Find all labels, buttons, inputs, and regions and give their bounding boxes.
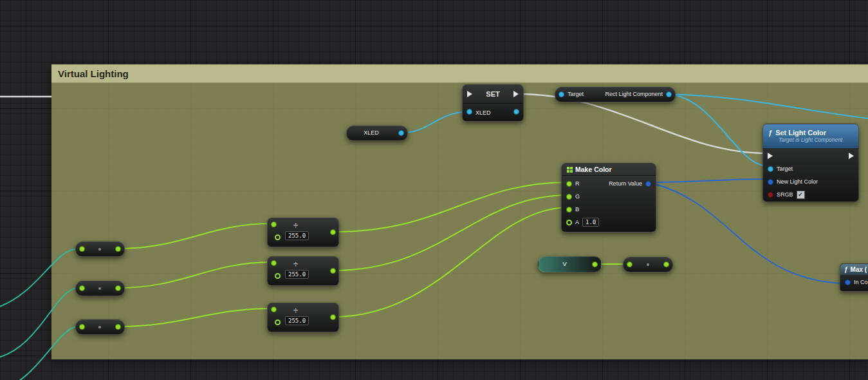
- divide1-b-pin[interactable]: [275, 234, 281, 240]
- divide3-b-pin[interactable]: [275, 319, 281, 325]
- compact4-input-pin[interactable]: [627, 261, 633, 267]
- slc-new-light-color-label: New Light Color: [777, 178, 818, 185]
- slc-target-pin[interactable]: [768, 166, 773, 172]
- compact2-output-pin[interactable]: [115, 285, 121, 291]
- divide-node-3[interactable]: ÷ 255.0: [267, 303, 339, 332]
- rect-light-output-pin[interactable]: [666, 91, 672, 97]
- make-color-r-label: R: [575, 180, 580, 187]
- slc-target-label: Target: [777, 166, 793, 172]
- compact-node-1[interactable]: [75, 242, 125, 257]
- compact1-output-pin[interactable]: [115, 246, 121, 252]
- make-color-title: Make Color: [575, 166, 612, 173]
- make-color-g-pin[interactable]: [566, 194, 572, 200]
- slc-srgb-checkbox[interactable]: ✓: [797, 191, 805, 199]
- slc-srgb-pin[interactable]: [768, 192, 773, 198]
- make-color-b-pin[interactable]: [566, 207, 572, 213]
- compact2-input-pin[interactable]: [79, 285, 85, 291]
- collapsed-node-dot: [647, 263, 649, 266]
- blueprint-graph-canvas[interactable]: Virtual Lighting XLED SET: [0, 0, 868, 380]
- make-color-return-pin[interactable]: [645, 181, 651, 187]
- divide-symbol: ÷: [293, 259, 298, 269]
- compact4-output-pin[interactable]: [663, 261, 669, 267]
- slc-exec-in-pin[interactable]: [768, 153, 773, 159]
- divide3-b-value[interactable]: 255.0: [285, 316, 309, 325]
- max-node-title: Max (: [851, 266, 867, 273]
- variable-getter-v-label: V: [539, 261, 591, 267]
- rect-light-target-input-pin[interactable]: [559, 91, 564, 97]
- compact-node-2[interactable]: [75, 281, 125, 296]
- divide-node-1[interactable]: ÷ 255.0: [267, 218, 339, 247]
- max-in-color-label: In Co: [854, 279, 868, 285]
- compact1-input-pin[interactable]: [79, 246, 85, 252]
- divide3-output-pin[interactable]: [330, 314, 336, 320]
- variable-getter-v[interactable]: V: [538, 256, 602, 272]
- divide-node-2[interactable]: ÷ 255.0: [267, 256, 339, 286]
- set-light-color-header: ƒ Set Light Color Target is Light Compon…: [763, 124, 858, 148]
- compact3-output-pin[interactable]: [115, 324, 121, 330]
- collapsed-node-dot: [98, 326, 101, 328]
- set-xled-output-pin[interactable]: [513, 109, 519, 115]
- make-color-r-pin[interactable]: [566, 181, 572, 187]
- divide3-a-pin[interactable]: [271, 307, 277, 312]
- collapsed-node-dot: [98, 287, 101, 290]
- divide2-b-value[interactable]: 255.0: [285, 270, 309, 279]
- function-icon: ƒ: [844, 266, 848, 273]
- max-node[interactable]: ƒ Max ( In Co: [840, 263, 868, 292]
- collapsed-node-dot: [98, 248, 101, 251]
- xled-output-pin[interactable]: [398, 130, 404, 136]
- set-xled-node[interactable]: SET XLED: [462, 84, 524, 122]
- make-color-g-label: G: [575, 193, 580, 200]
- comment-box-virtual-lighting[interactable]: Virtual Lighting: [51, 64, 868, 359]
- rect-light-target-label: Target: [568, 91, 584, 97]
- comment-title: Virtual Lighting: [58, 68, 129, 79]
- max-node-header: ƒ Max (: [840, 264, 868, 275]
- slc-exec-out-pin[interactable]: [849, 153, 854, 159]
- slc-srgb-label: SRGB: [777, 191, 793, 198]
- rect-light-component-label: Rect Light Component: [605, 91, 663, 97]
- make-color-b-label: B: [575, 206, 579, 213]
- set-xled-input-pin[interactable]: [466, 109, 472, 115]
- divide2-a-pin[interactable]: [271, 260, 277, 266]
- divide-symbol: ÷: [293, 305, 298, 315]
- make-color-a-pin[interactable]: [566, 220, 572, 225]
- divide1-b-value[interactable]: 255.0: [285, 231, 309, 240]
- set-light-color-subtitle: Target is Light Component: [779, 137, 853, 143]
- make-color-return-label: Return Value: [609, 180, 642, 187]
- struct-icon: [567, 167, 569, 169]
- compact-node-4[interactable]: [623, 257, 673, 272]
- slc-new-light-color-pin[interactable]: [768, 179, 773, 185]
- max-in-color-pin[interactable]: [845, 280, 851, 285]
- compact-node-3[interactable]: [75, 319, 125, 335]
- comment-header[interactable]: Virtual Lighting: [51, 64, 868, 83]
- make-color-a-value[interactable]: 1.0: [582, 218, 599, 227]
- compact3-input-pin[interactable]: [79, 324, 85, 330]
- divide1-a-pin[interactable]: [271, 222, 277, 227]
- make-color-header: Make Color: [562, 164, 656, 176]
- make-color-node[interactable]: Make Color R Return Value G B: [561, 163, 656, 233]
- divide2-output-pin[interactable]: [330, 268, 336, 274]
- make-color-a-label: A: [575, 219, 579, 225]
- divide-symbol: ÷: [293, 220, 298, 230]
- set-xled-pin-label: XLED: [476, 109, 491, 116]
- set-light-color-node[interactable]: ƒ Set Light Color Target is Light Compon…: [762, 124, 859, 202]
- rect-light-component-node[interactable]: Target Rect Light Component: [555, 87, 676, 102]
- set-light-color-title: Set Light Color: [775, 129, 826, 137]
- divide1-output-pin[interactable]: [330, 229, 336, 235]
- variable-getter-xled-label: XLED: [347, 129, 396, 136]
- function-icon: ƒ: [768, 129, 772, 137]
- set-exec-out-pin[interactable]: [513, 91, 519, 97]
- divide2-b-pin[interactable]: [275, 273, 281, 279]
- variable-getter-xled[interactable]: XLED: [346, 126, 408, 141]
- v-output-pin[interactable]: [592, 261, 598, 267]
